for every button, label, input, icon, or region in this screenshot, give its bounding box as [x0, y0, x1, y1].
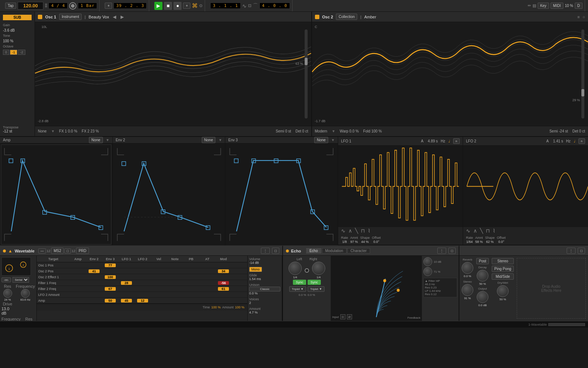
record-button[interactable]: ●	[173, 2, 182, 10]
mod-matrix-row[interactable]: LFO 2 Amount	[37, 292, 247, 298]
mod-cell[interactable]: 77	[102, 263, 118, 268]
key-button[interactable]: Key	[538, 3, 549, 9]
loop-button[interactable]: +	[183, 3, 190, 9]
octave-btn-0[interactable]: 0	[3, 50, 9, 55]
amp-source-btn[interactable]: None	[89, 137, 103, 143]
mini-scroll-bar[interactable]	[548, 323, 585, 326]
tempo-display[interactable]: 120.00	[18, 2, 43, 10]
mod-cell[interactable]: 45	[118, 298, 135, 303]
wt-mini-display[interactable]: 1 2	[1, 257, 31, 276]
tap-button[interactable]: Tap	[5, 3, 16, 9]
lfo1-saw-shape[interactable]: ╲	[355, 228, 358, 234]
env3-source-btn[interactable]: None	[314, 137, 328, 143]
lfo2-sine-shape[interactable]: ∿	[466, 228, 470, 234]
wt-expand-btn[interactable]: □	[272, 248, 279, 254]
stereo2-btn[interactable]: Stereo	[492, 258, 514, 264]
wt-preset-btn[interactable]: MS2	[51, 248, 64, 254]
ping-pong-btn[interactable]: Ping Pong	[492, 266, 514, 272]
wt-settings-btn[interactable]: ⋮	[261, 248, 270, 254]
osc2-menu-icon[interactable]: ≡	[577, 15, 580, 19]
lfo2-saw-shape[interactable]: ╲	[480, 228, 483, 234]
filter1-freq-knob[interactable]	[21, 289, 30, 298]
wt-chain2-btn[interactable]: □	[64, 248, 71, 254]
lfo1-square-shape[interactable]: ⊓	[361, 228, 365, 234]
lfo2-retrig-btn[interactable]: n	[578, 138, 585, 144]
osc1-volume-slider[interactable]	[305, 29, 308, 118]
echo-left-time-knob[interactable]	[288, 262, 302, 275]
mono-btn[interactable]: Mono	[249, 267, 262, 272]
lfo1-triangle-shape[interactable]: ∧	[348, 228, 352, 234]
filter1-res-knob[interactable]	[3, 289, 12, 298]
timeline-time-display[interactable]: 4 . 0 . 0	[259, 3, 290, 9]
osc2-collection-btn[interactable]: Collection	[336, 14, 357, 20]
lfo1-retrig-btn[interactable]: n	[453, 138, 460, 144]
timeline-pos-display[interactable]: 3 . 1 . 1	[210, 3, 241, 9]
echo-power-led[interactable]	[286, 250, 289, 252]
mod-cell[interactable]: -56	[215, 281, 232, 285]
lfo2-square-shape[interactable]: ⊓	[486, 228, 490, 234]
position-display[interactable]: 39 . 2 . 3	[114, 3, 147, 9]
stereo-knob[interactable]	[462, 284, 473, 296]
reverb-settings-btn[interactable]: ⋮	[567, 248, 576, 254]
amp-env-display[interactable]	[0, 144, 112, 245]
osc2-circle-icon[interactable]: ○	[582, 15, 585, 19]
mid-side-btn[interactable]: Mid/Side	[492, 273, 514, 280]
osc1-fx1-label[interactable]: None	[38, 129, 47, 133]
mod-cell[interactable]: 41	[86, 269, 102, 273]
d-button[interactable]: D	[575, 3, 582, 9]
lfo2-triangle-shape[interactable]: ∧	[473, 228, 477, 234]
echo-right-time-knob[interactable]	[312, 262, 325, 275]
osc2-volume-slider[interactable]	[581, 29, 584, 118]
env2-display[interactable]	[113, 144, 225, 245]
echo-feedback-knob[interactable]	[423, 267, 432, 276]
lfo1-random-shape[interactable]: ⌇	[368, 228, 370, 234]
reverb-knob[interactable]	[462, 262, 473, 274]
echo-input-knob[interactable]	[423, 257, 432, 266]
mod-cell[interactable]: 34	[215, 269, 232, 273]
mod-matrix-row[interactable]: Filter 1 Freq28-56	[37, 280, 247, 286]
osc2-wave-display[interactable]: -1.7 dB C 29 %	[312, 22, 588, 126]
reverb-expand-btn[interactable]: □	[578, 248, 585, 254]
wt-chain-btn[interactable]: —	[38, 248, 46, 254]
lfo2-display[interactable]	[463, 146, 588, 227]
loop-mode-display[interactable]: 1 Bar	[78, 3, 97, 9]
osc1-next-arrow[interactable]: ▶	[120, 14, 125, 20]
play-button[interactable]: ▶	[154, 2, 162, 10]
osc1-instrument-btn[interactable]: Instrument	[59, 14, 82, 20]
echo-right-triplet-btn[interactable]: Triplet ▼	[308, 286, 325, 292]
mod-cell[interactable]: 61	[215, 287, 232, 291]
mod-cell[interactable]: 12	[135, 298, 151, 303]
echo-tab-character[interactable]: Character	[347, 248, 370, 254]
time-sig-display[interactable]: 4 / 4	[49, 3, 68, 9]
stop-button[interactable]: ■	[164, 2, 172, 10]
add-button[interactable]: +	[105, 3, 112, 9]
mod-matrix-row[interactable]: Filter 2 Freq6761	[37, 286, 247, 292]
mod-matrix-row[interactable]: Osc 2 Pos4134	[37, 268, 247, 274]
mod-cell[interactable]: 100	[102, 275, 118, 279]
env3-display[interactable]	[225, 144, 338, 245]
osc2-warp-label[interactable]: Modern	[315, 129, 327, 133]
post-btn[interactable]: Post	[476, 258, 489, 264]
midi-button[interactable]: MIDI	[551, 3, 563, 9]
decay-knob[interactable]	[477, 270, 488, 282]
mod-cell[interactable]: 67	[102, 287, 118, 291]
mod-matrix-row[interactable]: Amp504512	[37, 298, 247, 304]
osc1-wave-display[interactable]: -2.8 dB 10L 63 %	[35, 22, 311, 126]
output-knob[interactable]	[477, 291, 488, 303]
octave-btn-2[interactable]: -2	[18, 50, 25, 55]
drop-zone[interactable]: Drop AudioEffects Here	[517, 258, 586, 319]
env2-source-btn[interactable]: None	[202, 137, 216, 143]
wavetable-power-led[interactable]	[3, 250, 6, 252]
echo-expand-btn[interactable]: □	[448, 248, 456, 254]
dry-wet-knob[interactable]	[497, 285, 509, 297]
mod-cell[interactable]: 50	[102, 298, 118, 303]
echo-tab-echo[interactable]: Echo	[306, 248, 321, 254]
mod-matrix-row[interactable]: Osc 2 Effect 1100	[37, 274, 247, 280]
lfo1-sine-shape[interactable]: ∿	[341, 228, 345, 234]
mod-cell[interactable]: 28	[118, 281, 135, 285]
echo-tab-modulation[interactable]: Modulation	[322, 248, 347, 254]
echo-left-triplet-btn[interactable]: Triplet ▼	[289, 286, 306, 292]
unison-mode-btn[interactable]: Classic	[249, 287, 280, 291]
wt-preset2-btn[interactable]: PRD	[76, 248, 89, 254]
filter-serial-select[interactable]: Serial	[12, 277, 29, 283]
